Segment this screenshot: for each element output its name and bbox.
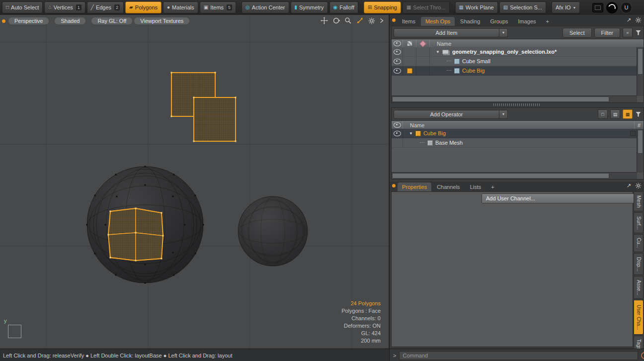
symmetry-button[interactable]: ▮ Symmetry [291, 1, 328, 13]
add-operator-dropdown[interactable]: Add Operator ▼ [394, 110, 508, 119]
user-account-icon[interactable]: U [621, 2, 632, 13]
horizontal-scrollbar[interactable] [392, 95, 637, 102]
command-history-icon[interactable] [641, 352, 644, 359]
select-button[interactable]: Select [563, 28, 592, 38]
filter-funnel-icon[interactable] [635, 30, 642, 36]
view-grid-icon[interactable]: ▦ [623, 109, 633, 119]
selected-marker-icon[interactable] [407, 68, 412, 74]
selected-polygons-patch[interactable] [108, 208, 164, 262]
filter-button[interactable]: Filter [594, 28, 620, 38]
table-row-cube-small[interactable]: Cube Small [392, 57, 637, 66]
scrollbar-thumb[interactable] [392, 173, 609, 179]
table-row-scene[interactable]: ▼ geometry_snapping_only_selection.lxo* [392, 47, 637, 57]
view-list-icon[interactable]: □ [598, 109, 608, 119]
table-row-op-cube-big[interactable]: ▼ Cube Big [392, 129, 637, 138]
popout-icon[interactable]: ↗ [627, 183, 631, 188]
shortcut-badge: 2 [114, 4, 120, 10]
deformers-stat: Deformers: ON [341, 322, 381, 330]
perspective-view-button[interactable]: Perspective [8, 17, 49, 24]
tab-properties[interactable]: Properties [398, 182, 431, 191]
tree-expand-icon[interactable]: ▼ [436, 50, 440, 54]
tab-channels[interactable]: Channels [432, 182, 464, 191]
selected-cube-b[interactable] [193, 97, 237, 142]
maximize-viewport-icon[interactable] [356, 17, 364, 24]
tab-add[interactable]: + [486, 182, 498, 191]
scrollbar-thumb[interactable] [638, 130, 643, 154]
side-tab-assembly[interactable]: Asse... [634, 276, 644, 299]
visibility-eye-icon[interactable] [394, 59, 401, 64]
selection-sets-button[interactable]: ▧ Selection S... [499, 1, 546, 13]
vertical-scrollbar[interactable] [637, 129, 644, 173]
gear-icon[interactable] [635, 17, 642, 23]
side-tab-surface[interactable]: Surf... [634, 212, 644, 233]
tree-expand-icon[interactable]: ▼ [409, 131, 413, 136]
vertices-mode-button[interactable]: ∴ Vertices 1 [44, 1, 85, 13]
dock-grid-icon[interactable] [592, 3, 603, 12]
viewport-textures-button[interactable]: Viewport Textures [134, 17, 189, 24]
orbit-icon[interactable] [332, 17, 340, 24]
add-user-channel-button[interactable]: Add User Channel... [482, 193, 636, 203]
command-input[interactable] [399, 351, 638, 360]
gear-icon[interactable] [368, 17, 375, 24]
name-column-header[interactable]: Name [430, 39, 644, 48]
ray-gl-button[interactable]: Ray GL: Off [91, 17, 132, 24]
tab-add[interactable]: + [542, 17, 554, 26]
edges-mode-button[interactable]: ╱ Edges 2 [87, 1, 124, 13]
panel-layout-thumb[interactable] [392, 184, 396, 187]
add-item-dropdown[interactable]: Add Item ▼ [394, 28, 508, 37]
view-rows-icon[interactable]: ▤ [610, 109, 620, 119]
side-tab-mesh[interactable]: Mesh [634, 191, 644, 211]
tab-images[interactable]: Images [514, 17, 541, 26]
selection-sets-icon: ▧ [503, 5, 508, 10]
action-center-button[interactable]: ◎ Action Center [242, 1, 289, 13]
name-column-header[interactable]: Name [403, 121, 634, 129]
tab-groups[interactable]: Groups [485, 17, 512, 26]
polygons-mode-button[interactable]: ▰ Polygons [125, 1, 161, 13]
table-row-cube-big[interactable]: Cube Big [392, 66, 637, 76]
panel-layout-thumb[interactable] [392, 18, 396, 22]
viewport-canvas[interactable] [0, 15, 389, 349]
viewport-layout-thumb[interactable] [2, 19, 5, 23]
snapping-icon: ⊞ [368, 5, 372, 10]
collapse-panel-icon[interactable]: « [623, 28, 633, 37]
materials-mode-button[interactable]: ● Materials [163, 1, 198, 13]
sphere-small[interactable] [238, 196, 308, 266]
falloff-button[interactable]: ◉ Falloff [329, 1, 359, 13]
polygons-icon: ▰ [129, 5, 133, 10]
pan-icon[interactable] [321, 17, 328, 24]
items-mode-button[interactable]: ▣ Items 5 [200, 1, 236, 13]
visibility-eye-icon[interactable] [394, 131, 401, 136]
tab-shading[interactable]: Shading [456, 17, 484, 26]
horizontal-scrollbar[interactable] [392, 172, 637, 179]
work-plane-button[interactable]: ▦ Work Plane [455, 1, 498, 13]
vertical-scrollbar[interactable] [637, 47, 644, 96]
scrollbar-thumb[interactable] [392, 96, 609, 102]
viewport-3d[interactable]: Perspective Shaded Ray GL: Off Viewport … [0, 15, 389, 349]
side-tab-user-channels[interactable]: User Cha... [634, 300, 644, 335]
scrollbar-thumb[interactable] [638, 48, 643, 75]
tab-lists[interactable]: Lists [466, 182, 486, 191]
auto-select-button[interactable]: □ Auto Select [2, 1, 43, 13]
add-operator-label: Add Operator [394, 110, 499, 119]
panel-splitter[interactable] [390, 102, 644, 107]
tab-mesh-ops[interactable]: Mesh Ops [421, 17, 455, 26]
popout-icon[interactable]: ↗ [627, 17, 631, 23]
tab-items[interactable]: Items [398, 17, 420, 26]
splitter-grip[interactable] [493, 103, 541, 106]
zoom-icon[interactable] [344, 17, 352, 24]
shading-mode-button[interactable]: Shaded [55, 17, 85, 24]
snapping-button[interactable]: ⊞ Snapping [364, 1, 401, 13]
side-tab-curve[interactable]: Cu... [634, 234, 644, 252]
app-logo-icon[interactable] [606, 2, 618, 13]
count-column-header[interactable]: # [634, 121, 644, 129]
chevron-right-icon[interactable] [380, 18, 384, 23]
filter-funnel-icon[interactable] [635, 111, 642, 117]
afx-io-dropdown[interactable]: Afx IO ▼ [552, 1, 580, 13]
select-through-button[interactable]: ▦ Select Thro... [402, 1, 450, 13]
table-row-base-mesh[interactable]: Base Mesh [392, 138, 637, 148]
gear-icon[interactable] [635, 182, 642, 189]
visibility-eye-icon[interactable] [394, 49, 401, 55]
button-label: Items [210, 4, 224, 10]
side-tab-displacement[interactable]: Disp... [634, 253, 644, 275]
visibility-eye-icon[interactable] [394, 68, 401, 74]
